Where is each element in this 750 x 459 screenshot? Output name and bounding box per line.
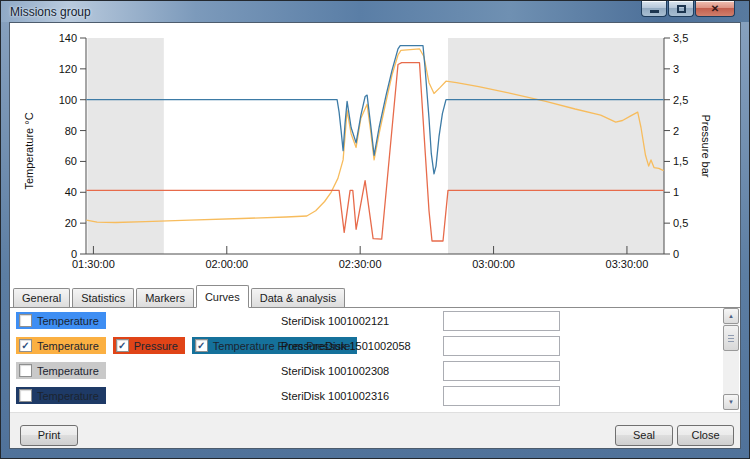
temp-axis-title: Temperature °C <box>23 112 35 189</box>
scrollbar-thumb[interactable] <box>723 325 739 351</box>
curve-toggle-temperature[interactable]: Temperature <box>16 387 106 404</box>
curve-toggle-temperature[interactable]: Temperature <box>16 362 106 379</box>
checkbox[interactable] <box>19 314 32 327</box>
device-name: SteriDisk 1001002121 <box>281 315 389 327</box>
curves-list: Temperature SteriDisk 1001002121 ✓ Tempe… <box>10 308 740 412</box>
curve-toggle-temperature[interactable]: Temperature <box>16 312 106 329</box>
close-window-button[interactable]: ✕ <box>695 1 735 17</box>
row-note-input[interactable] <box>443 336 560 356</box>
checkbox[interactable]: ✓ <box>19 339 32 352</box>
pressure-tick-label: 1 <box>673 186 679 198</box>
temp-tick-label: 80 <box>65 125 77 137</box>
footer-bar: Print Seal Close <box>10 412 740 448</box>
minimize-icon <box>650 10 659 13</box>
curve-toggle-label: Pressure <box>134 340 178 352</box>
pressure-tick-label: 3,5 <box>673 32 688 44</box>
pressure-tick-label: 1,5 <box>673 155 688 167</box>
temp-tick-label: 20 <box>65 217 77 229</box>
device-name: PressureDisk 1501002058 <box>281 340 411 352</box>
curve-toggle-label: Temperature <box>37 315 99 327</box>
pressure-tick-label: 2,5 <box>673 94 688 106</box>
curve-toggle-label: Temperature <box>37 365 99 377</box>
temp-tick-label: 100 <box>59 94 77 106</box>
close-icon: ✕ <box>711 4 719 14</box>
scroll-down-icon: ▼ <box>728 399 734 405</box>
temp-tick-label: 140 <box>59 32 77 44</box>
checkbox[interactable]: ✓ <box>116 339 129 352</box>
checkbox[interactable]: ✓ <box>195 339 208 352</box>
pressure-tick-label: 2 <box>673 125 679 137</box>
pressure-tick-label: 0,5 <box>673 217 688 229</box>
maximize-button[interactable] <box>668 1 694 17</box>
list-item: ✓ Temperature ✓ Pressure ✓ Temperature F… <box>10 333 740 358</box>
time-tick-label: 02:00:00 <box>205 258 248 270</box>
maximize-icon <box>677 5 686 13</box>
list-item: Temperature SteriDisk 1001002316 <box>10 383 740 408</box>
scrollbar-grip-icon <box>728 335 734 342</box>
checkbox[interactable] <box>19 364 32 377</box>
tab-curves[interactable]: Curves <box>196 285 249 308</box>
row-note-input[interactable] <box>443 386 560 406</box>
list-item: Temperature SteriDisk 1001002308 <box>10 358 740 383</box>
checkbox[interactable] <box>19 389 32 402</box>
window-titlebar[interactable]: Missions group ✕ <box>1 1 749 22</box>
curve-toggle-label: Temperature <box>37 340 99 352</box>
shaded-band <box>448 38 664 254</box>
pressure-tick-label: 3 <box>673 63 679 75</box>
tab-markers[interactable]: Markers <box>136 288 194 307</box>
curve-toggle-pressure[interactable]: ✓ Pressure <box>113 337 185 354</box>
window-title: Missions group <box>10 5 91 19</box>
temp-tick-label: 120 <box>59 63 77 75</box>
curve-toggle-temperature[interactable]: ✓ Temperature <box>16 337 106 354</box>
print-button[interactable]: Print <box>20 425 78 446</box>
close-button[interactable]: Close <box>677 425 734 446</box>
temp-tick-label: 60 <box>65 155 77 167</box>
seal-button[interactable]: Seal <box>615 425 673 446</box>
temp-tick-label: 40 <box>65 186 77 198</box>
missions-group-window: Missions group ✕ 02040608010012014000,51… <box>0 0 750 459</box>
row-note-input[interactable] <box>443 361 560 381</box>
pressure-axis-title: Pressure bar <box>700 115 712 178</box>
pressure-tick-label: 0 <box>673 248 679 260</box>
scroll-up-button[interactable]: ▲ <box>723 308 739 324</box>
chart-svg: 02040608010012014000,511,522,533,501:30:… <box>10 23 740 281</box>
row-note-input[interactable] <box>443 311 560 331</box>
curve-toggle-label: Temperature <box>37 390 99 402</box>
scroll-down-button[interactable]: ▼ <box>723 394 739 410</box>
time-tick-label: 03:30:00 <box>606 258 649 270</box>
time-tick-label: 02:30:00 <box>339 258 382 270</box>
tab-general[interactable]: General <box>13 288 70 307</box>
scroll-up-icon: ▲ <box>728 313 734 319</box>
device-name: SteriDisk 1001002316 <box>281 390 389 402</box>
list-item: Temperature SteriDisk 1001002121 <box>10 308 740 333</box>
dialog-content: 02040608010012014000,511,522,533,501:30:… <box>9 22 741 449</box>
tab-statistics[interactable]: Statistics <box>72 288 134 307</box>
minimize-button[interactable] <box>641 1 667 17</box>
device-name: SteriDisk 1001002308 <box>281 365 389 377</box>
tab-strip: General Statistics Markers Curves Data &… <box>10 285 740 308</box>
curves-chart: 02040608010012014000,511,522,533,501:30:… <box>10 23 740 281</box>
list-scrollbar[interactable]: ▲ ▼ <box>723 308 739 410</box>
time-tick-label: 01:30:00 <box>72 258 115 270</box>
tab-data-analysis[interactable]: Data & analysis <box>251 288 345 307</box>
time-tick-label: 03:00:00 <box>472 258 515 270</box>
